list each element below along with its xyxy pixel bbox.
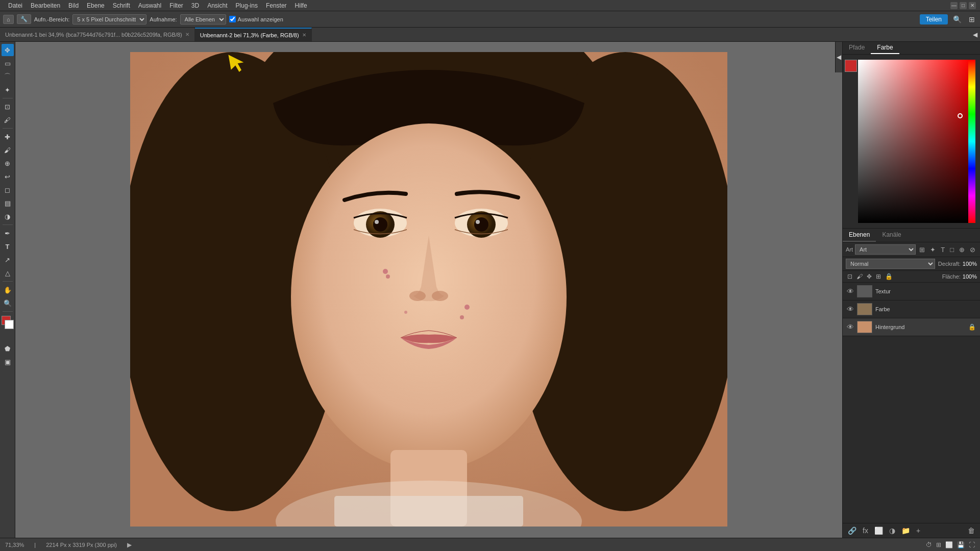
layer-add-button[interactable]: +: [914, 525, 922, 536]
healing-tool[interactable]: ✚: [2, 131, 14, 143]
layout-button[interactable]: ⊞: [967, 14, 977, 24]
eyedropper-tool[interactable]: 🖋: [2, 114, 14, 126]
maximize-button[interactable]: □: [960, 2, 967, 9]
status-expand-button[interactable]: ⛶: [969, 541, 975, 548]
magic-wand-tool[interactable]: ✦: [2, 84, 14, 96]
kanaele-tab[interactable]: Kanäle: [876, 229, 907, 242]
tab-collapse-button[interactable]: ◀: [970, 28, 980, 41]
pixel-sample-select[interactable]: 5 x 5 Pixel Durchschnitt: [72, 14, 146, 24]
panel-collapse-button[interactable]: ◀: [835, 42, 842, 72]
shape-tool[interactable]: △: [2, 267, 14, 279]
lock-all-btn[interactable]: 🔒: [884, 272, 894, 281]
layer-hintergrund-thumbnail: [857, 321, 872, 333]
stamp-tool[interactable]: ⊕: [2, 157, 14, 169]
status-timeline-button[interactable]: ⏱: [926, 541, 932, 548]
aufnahme-select[interactable]: Alle Ebenen: [180, 14, 226, 24]
tab-2-close[interactable]: ✕: [302, 32, 306, 38]
layer-filter-kind-btn[interactable]: ⊞: [918, 245, 926, 254]
filter-label: Art: [846, 246, 853, 253]
minimize-button[interactable]: —: [950, 2, 958, 9]
background-color-swatch[interactable]: [5, 320, 14, 329]
foreground-large-swatch[interactable]: [845, 60, 857, 72]
menu-fenster[interactable]: Fenster: [262, 1, 291, 10]
quick-mask-tool[interactable]: ⬟: [2, 342, 14, 355]
select-rect-tool[interactable]: ▭: [2, 57, 14, 69]
image-size-info: 2214 Px x 3319 Px (300 ppi): [46, 542, 117, 548]
ebenen-tab[interactable]: Ebenen: [843, 229, 876, 242]
layers-blend-row: Normal Auflösen Abdunkeln Multiplizieren…: [843, 257, 980, 271]
tab-1-close[interactable]: ✕: [185, 32, 189, 37]
dodge-tool[interactable]: ◑: [2, 210, 14, 222]
layer-textur[interactable]: 👁 Textur: [843, 283, 980, 300]
hand-tool[interactable]: ✋: [2, 284, 14, 296]
brush-tool[interactable]: 🖌: [2, 144, 14, 156]
screen-mode-tool[interactable]: ▣: [2, 356, 14, 368]
pfade-tab[interactable]: Pfade: [843, 42, 871, 54]
layer-hintergrund-visibility[interactable]: 👁: [847, 323, 854, 331]
close-button[interactable]: ✕: [969, 2, 976, 9]
layer-farbe-visibility[interactable]: 👁: [847, 305, 854, 313]
layer-filter-smart-btn[interactable]: ⊕: [958, 245, 966, 254]
tab-2[interactable]: Unbenannt-2 bei 71,3% (Farbe, RGB/8) ✕: [195, 28, 312, 41]
eraser-tool[interactable]: ◻: [2, 184, 14, 196]
opacity-label: Deckraft:: [938, 261, 961, 267]
lock-transparent-btn[interactable]: ⊡: [846, 272, 854, 281]
layer-hintergrund[interactable]: 👁 Hintergrund 🔒: [843, 318, 980, 336]
photo-canvas: [130, 52, 727, 527]
layer-filter-select[interactable]: Art Name Effekt Modus Attribut Farbe: [855, 244, 916, 255]
menu-filter[interactable]: Filter: [165, 1, 187, 10]
menu-hilfe[interactable]: Hilfe: [291, 1, 311, 10]
menu-schrift[interactable]: Schrift: [109, 1, 134, 10]
menu-datei[interactable]: Datei: [4, 1, 27, 10]
tool-preset-button[interactable]: 🔧: [17, 14, 31, 24]
farbe-tab[interactable]: Farbe: [871, 42, 899, 54]
menu-bearbeiten[interactable]: Bearbeiten: [27, 1, 64, 10]
menu-auswahl[interactable]: Auswahl: [134, 1, 165, 10]
move-tool[interactable]: ✥: [2, 44, 14, 56]
layer-filter-shape-btn[interactable]: □: [948, 245, 955, 254]
pen-tool[interactable]: ✒: [2, 227, 14, 239]
layer-mask-button[interactable]: ⬜: [872, 525, 885, 536]
status-save-button[interactable]: 💾: [957, 541, 965, 548]
lasso-tool[interactable]: ⌒: [2, 70, 14, 83]
svg-point-21: [460, 315, 464, 319]
path-select-tool[interactable]: ↗: [2, 254, 14, 266]
lock-pixels-btn[interactable]: 🖌: [855, 272, 864, 281]
menu-ansicht[interactable]: Ansicht: [203, 1, 231, 10]
layer-adjustment-button[interactable]: ◑: [887, 525, 897, 536]
blend-mode-select[interactable]: Normal Auflösen Abdunkeln Multiplizieren: [846, 259, 935, 269]
layer-link-button[interactable]: 🔗: [846, 525, 859, 536]
menu-3d[interactable]: 3D: [187, 1, 203, 10]
type-tool[interactable]: T: [2, 240, 14, 253]
lock-position-btn[interactable]: ✥: [865, 272, 873, 281]
gradient-tool[interactable]: ▤: [2, 197, 14, 209]
color-gradient-field[interactable]: [858, 60, 970, 223]
tab-1[interactable]: Unbenannt-1 bei 34,9% (bca77544d76c791f.…: [0, 28, 195, 41]
menu-ebene[interactable]: Ebene: [83, 1, 109, 10]
layer-filter-adj-btn[interactable]: ✦: [928, 245, 937, 254]
layer-style-button[interactable]: fx: [861, 525, 870, 536]
layer-farbe[interactable]: 👁 Farbe: [843, 300, 980, 318]
lock-artboard-btn[interactable]: ⊞: [874, 272, 883, 281]
history-brush-tool[interactable]: ↩: [2, 170, 14, 183]
status-grid-button[interactable]: ⊞: [936, 541, 941, 548]
menu-plugins[interactable]: Plug-ins: [232, 1, 262, 10]
auswahl-checkbox-label[interactable]: Auswahl anzeigen: [229, 16, 283, 22]
layer-textur-visibility[interactable]: 👁: [847, 287, 854, 295]
hue-bar[interactable]: [968, 60, 975, 223]
status-screen-button[interactable]: ⬜: [945, 541, 953, 548]
layer-filter-toggle-btn[interactable]: ⊘: [968, 245, 977, 254]
search-button[interactable]: 🔍: [951, 14, 964, 24]
status-arrow-button[interactable]: ▶: [127, 541, 132, 548]
canvas-area[interactable]: [15, 42, 842, 538]
canvas-container: [130, 52, 727, 528]
layer-filter-type-btn[interactable]: T: [939, 245, 946, 254]
menu-bild[interactable]: Bild: [64, 1, 83, 10]
crop-tool[interactable]: ⊡: [2, 101, 14, 113]
layer-folder-button[interactable]: 📁: [899, 525, 912, 536]
home-button[interactable]: ⌂: [3, 15, 14, 24]
zoom-tool[interactable]: 🔍: [2, 297, 14, 309]
auswahl-checkbox[interactable]: [229, 16, 236, 22]
layer-delete-button[interactable]: 🗑: [966, 525, 977, 536]
share-button[interactable]: Teilen: [920, 14, 948, 24]
